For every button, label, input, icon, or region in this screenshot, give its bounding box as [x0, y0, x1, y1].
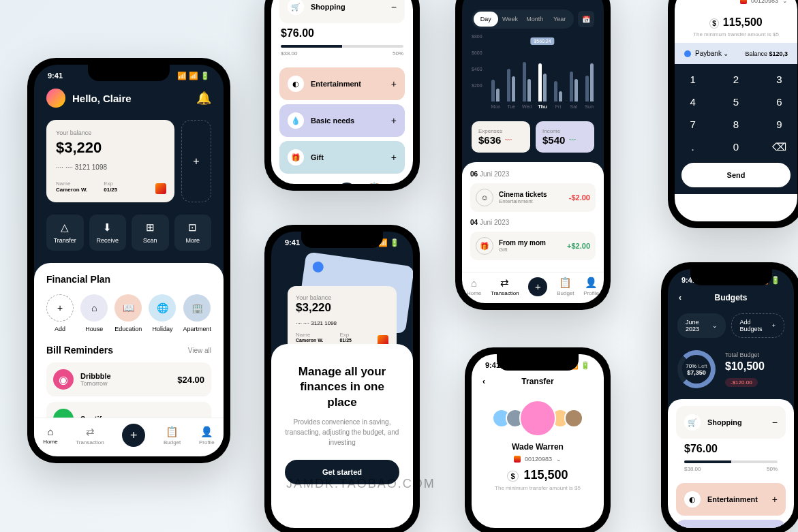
income-card[interactable]: Income$540〰 [536, 121, 594, 153]
tab-week[interactable]: Week [498, 12, 523, 27]
cat-shopping[interactable]: 🛒 Shopping − [279, 0, 405, 23]
cat-basic[interactable]: 💧Basic needs+ [676, 520, 786, 528]
entertainment-icon: ◐ [288, 76, 304, 92]
plan-house[interactable]: ⌂House [80, 294, 108, 332]
nav-budget[interactable]: 📋Budget [557, 277, 574, 296]
tx-cinema[interactable]: ☺Cinema ticketsEntertainment-$2.00 [470, 183, 596, 212]
chevron-down-icon: ⌄ [712, 322, 718, 329]
nav-home[interactable]: ⌂Home [43, 426, 57, 445]
cat-gift[interactable]: 🎁Gift+ [279, 141, 405, 174]
plan-holiday[interactable]: 🌐Holiday [149, 294, 176, 332]
key-1[interactable]: 1 [681, 74, 704, 85]
month-selector[interactable]: June 2023⌄ [677, 313, 726, 338]
more-button[interactable]: ⊡More [174, 215, 212, 251]
nav-budget[interactable]: 📋Budget [164, 426, 181, 445]
nav-transaction[interactable]: ⇄Transaction [300, 182, 328, 184]
add-budgets-button[interactable]: Add Budgets + [731, 313, 784, 338]
key-dot[interactable]: . [681, 141, 704, 153]
plan-apartment[interactable]: 🏢Apartment [183, 294, 212, 332]
bank-selector[interactable]: Paybank⌄Balance $120,3 [675, 43, 797, 64]
nav-transaction[interactable]: ⇄Transaction [491, 277, 519, 296]
key-0[interactable]: 0 [724, 141, 747, 153]
bill-item-dribbble[interactable]: ◉ DribbbleTomorrow $24.00 [46, 362, 211, 396]
nav-add-button[interactable]: + [337, 183, 356, 185]
key-4[interactable]: 4 [681, 96, 704, 108]
expand-icon[interactable]: + [391, 115, 397, 126]
notifications-icon[interactable]: 🔔 [196, 91, 211, 106]
key-2[interactable]: 2 [724, 74, 747, 85]
key-5[interactable]: 5 [724, 96, 747, 108]
tab-year[interactable]: Year [547, 12, 572, 27]
onboarding-title: Manage all your finances in one place [285, 364, 399, 409]
back-button[interactable]: ‹ [482, 377, 485, 386]
currency-icon[interactable]: $ [507, 471, 518, 482]
expenses-card[interactable]: Expenses$636〰 [472, 121, 530, 153]
chevron-down-icon[interactable]: ⌄ [723, 50, 728, 57]
nav-budget[interactable]: 📋Budget [366, 182, 383, 184]
nav-home[interactable]: ⌂Home [276, 183, 290, 185]
gift-icon: 🎁 [476, 237, 493, 255]
cart-icon: 🛒 [684, 414, 701, 431]
scan-button[interactable]: ⊞Scan [132, 215, 169, 251]
chevron-down-icon[interactable]: ⌄ [782, 0, 788, 4]
nav-add-button[interactable]: + [122, 424, 145, 447]
phone-budgets: 9:41📶 🔋 ‹Budgets June 2023⌄ Add Budgets … [661, 262, 798, 532]
nav-home[interactable]: ⌂Home [467, 277, 481, 296]
key-8[interactable]: 8 [724, 119, 747, 130]
phone-keypad: 00120983⌄ $115,500 The minimum transfer … [668, 0, 798, 228]
chevron-down-icon[interactable]: ⌄ [556, 456, 562, 463]
cat-basic[interactable]: 💧Basic needs+ [279, 104, 405, 137]
transfer-button[interactable]: △Transfer [46, 215, 84, 251]
nav-transaction[interactable]: ⇄Transaction [76, 426, 104, 445]
send-button[interactable]: Send [681, 163, 791, 187]
cat-shopping[interactable]: 🛒Shopping− [676, 406, 786, 439]
bank-icon [740, 0, 747, 4]
bank-dot-icon [684, 50, 691, 57]
nav-profile[interactable]: 👤Profile [199, 426, 215, 445]
onboarding-subtitle: Provides convenience in saving, transact… [285, 417, 399, 448]
card-brand-icon [155, 183, 166, 194]
key-backspace[interactable]: ⌫ [768, 141, 791, 153]
dribbble-icon: ◉ [53, 369, 74, 390]
view-all-link[interactable]: View all [188, 347, 211, 354]
key-3[interactable]: 3 [768, 74, 791, 85]
transaction-chart: $800$600$400$200 Mon Tue Wed $560.24Thu … [462, 34, 604, 116]
back-button[interactable]: ‹ [679, 293, 681, 302]
expand-icon[interactable]: + [391, 152, 397, 163]
balance-card[interactable]: Your balance $3,220 ···· ···· 3121 1098 … [46, 120, 174, 202]
receive-button[interactable]: ⬇Receive [89, 215, 127, 251]
recipients-row [472, 390, 604, 442]
add-card-button[interactable]: + [181, 120, 211, 202]
collapse-icon[interactable]: − [772, 417, 778, 428]
key-7[interactable]: 7 [681, 119, 704, 130]
phone-transaction: ‹Transaction Day Week Month Year 📅 $800$… [455, 0, 611, 310]
entertainment-icon: ◐ [684, 491, 701, 507]
avatar-selected[interactable] [519, 400, 556, 437]
key-6[interactable]: 6 [768, 96, 791, 108]
tab-day[interactable]: Day [474, 12, 498, 27]
expand-icon[interactable]: + [772, 494, 778, 505]
avatar[interactable] [46, 89, 65, 108]
nav-profile[interactable]: 👤Profile [583, 277, 599, 296]
tab-month[interactable]: Month [522, 12, 547, 27]
trend-down-icon: 〰 [505, 136, 512, 144]
phone-transfer: 9:41📶 🔋 ‹Transfer Wade Warren 00120983⌄ … [465, 347, 611, 532]
avatar[interactable] [564, 409, 583, 428]
plan-add[interactable]: +Add [46, 294, 74, 332]
plan-education[interactable]: 📖Education [114, 294, 142, 332]
tx-gift[interactable]: 🎁From my momGift+$2.00 [470, 232, 596, 260]
card-number: ···· ···· 3121 1098 [56, 163, 165, 171]
nav-profile[interactable]: 👤Profile [393, 182, 408, 184]
budget-donut: 70% Left$7,350 [677, 350, 716, 388]
currency-icon[interactable]: $ [709, 18, 719, 29]
key-9[interactable]: 9 [768, 119, 791, 130]
time: 9:41 [48, 72, 63, 80]
nav-add-button[interactable]: + [528, 277, 547, 296]
bill-reminders-title: Bill Reminders [46, 345, 113, 356]
cat-entertainment[interactable]: ◐Entertainment+ [279, 67, 405, 100]
calendar-icon[interactable]: 📅 [578, 11, 594, 27]
cat-entertainment[interactable]: ◐Entertainment+ [676, 483, 786, 516]
expand-icon[interactable]: + [391, 78, 397, 89]
progress-bar [684, 460, 778, 463]
collapse-icon[interactable]: − [391, 1, 397, 12]
